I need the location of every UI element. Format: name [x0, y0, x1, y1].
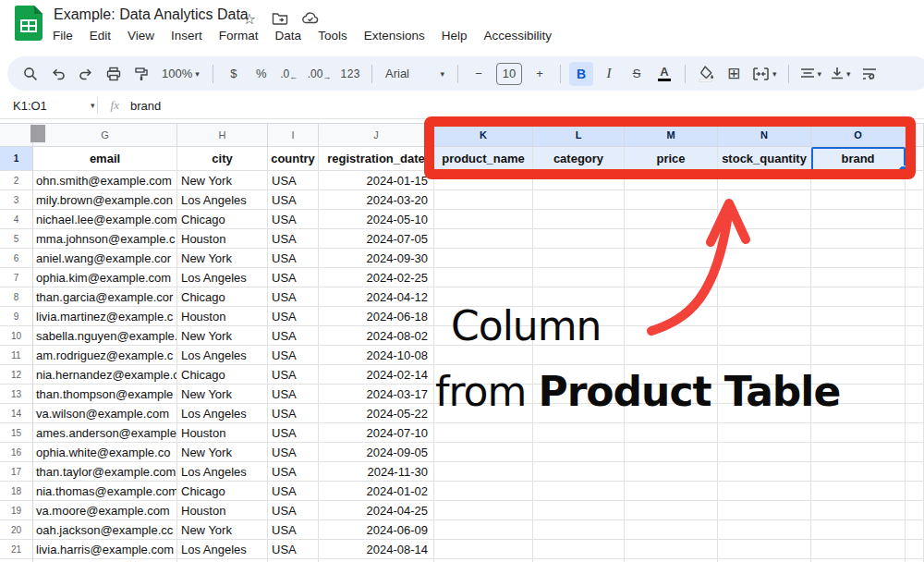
- column-header-n[interactable]: N: [718, 123, 811, 147]
- cell-empty[interactable]: [434, 423, 533, 443]
- cell-sliver[interactable]: [906, 229, 924, 249]
- cell-registration-date[interactable]: 2024-06-09: [319, 520, 434, 540]
- cell-empty[interactable]: [625, 443, 718, 462]
- cell-email[interactable]: mily.brown@example.con: [33, 190, 177, 210]
- cell-empty[interactable]: [811, 443, 906, 462]
- cell-empty[interactable]: [625, 171, 718, 190]
- text-color-button[interactable]: A: [652, 62, 676, 86]
- chevron-down-icon[interactable]: ▾: [91, 101, 95, 110]
- document-title[interactable]: Example: Data Analytics Data: [54, 6, 249, 23]
- cell-empty[interactable]: [533, 365, 625, 385]
- star-icon[interactable]: ☆: [240, 9, 259, 28]
- row-header-2[interactable]: 2: [0, 171, 33, 190]
- cell-empty[interactable]: [625, 287, 718, 307]
- column-header-sliver[interactable]: [906, 123, 924, 147]
- cell-city[interactable]: Los Angeles: [177, 462, 268, 482]
- cell-registration-date[interactable]: 2024-05-10: [319, 210, 434, 229]
- cell-empty[interactable]: [718, 210, 811, 229]
- cell-empty[interactable]: [625, 268, 718, 287]
- undo-icon[interactable]: [46, 62, 70, 86]
- cell-j1[interactable]: registration_date: [319, 147, 434, 171]
- row-header-13[interactable]: 13: [0, 385, 33, 404]
- cell-empty[interactable]: [811, 287, 906, 307]
- cell-empty[interactable]: [434, 268, 533, 287]
- cell-empty[interactable]: [434, 249, 533, 268]
- cell-empty[interactable]: [811, 404, 906, 423]
- name-box[interactable]: K1:O1: [0, 99, 85, 113]
- frozen-pane-handle[interactable]: [30, 125, 45, 142]
- cell-empty[interactable]: [625, 385, 718, 404]
- cell-country[interactable]: USA: [268, 171, 319, 190]
- cell-empty[interactable]: [434, 540, 533, 559]
- row-header-16[interactable]: 16: [0, 443, 33, 462]
- cell-sliver[interactable]: [906, 307, 924, 326]
- cell-empty[interactable]: [533, 171, 625, 190]
- cell-l1[interactable]: category: [533, 147, 625, 171]
- row-header-19[interactable]: 19: [0, 501, 33, 520]
- cell-sliver[interactable]: [906, 268, 924, 287]
- cell-empty[interactable]: [434, 229, 533, 249]
- cell-registration-date[interactable]: 2024-01-15: [319, 171, 434, 190]
- row-header-10[interactable]: 10: [0, 326, 33, 346]
- cell-email[interactable]: ophia.kim@example.com: [33, 268, 177, 287]
- cell-email[interactable]: ophia.white@example.co: [33, 443, 177, 462]
- cell-country[interactable]: USA: [268, 307, 319, 326]
- cell-empty[interactable]: [625, 326, 718, 346]
- cell-country[interactable]: USA: [268, 443, 319, 462]
- column-header-h[interactable]: H: [177, 123, 268, 147]
- cell-empty[interactable]: [718, 385, 811, 404]
- cell-sliver[interactable]: [906, 147, 924, 171]
- cell-empty[interactable]: [434, 190, 533, 210]
- number-format-button[interactable]: 123: [337, 62, 363, 86]
- cell-empty[interactable]: [811, 482, 906, 501]
- cell-empty[interactable]: [718, 307, 811, 326]
- vertical-align-button[interactable]: ▾: [828, 62, 854, 86]
- column-header-k[interactable]: K: [434, 123, 533, 147]
- cell-sliver[interactable]: [906, 423, 924, 443]
- cell-empty[interactable]: [434, 210, 533, 229]
- cell-registration-date[interactable]: 2024-02-14: [319, 365, 434, 385]
- cell-empty[interactable]: [811, 171, 906, 190]
- cell-empty[interactable]: [533, 385, 625, 404]
- google-sheets-logo[interactable]: [15, 6, 43, 41]
- cell-empty[interactable]: [718, 423, 811, 443]
- cell-empty[interactable]: [625, 404, 718, 423]
- cell-city[interactable]: New York: [177, 326, 268, 346]
- cell-country[interactable]: USA: [268, 249, 319, 268]
- row-header-6[interactable]: 6: [0, 249, 33, 268]
- cell-empty[interactable]: [533, 462, 625, 482]
- cell-country[interactable]: USA: [268, 423, 319, 443]
- cell-empty[interactable]: [625, 210, 718, 229]
- menu-view[interactable]: View: [128, 29, 154, 43]
- cell-sliver[interactable]: [906, 385, 924, 404]
- cell-country[interactable]: USA: [268, 520, 319, 540]
- cell-empty[interactable]: [625, 520, 718, 540]
- cell-empty[interactable]: [533, 210, 625, 229]
- cell-registration-date[interactable]: 2024-11-30: [319, 462, 434, 482]
- move-folder-icon[interactable]: [271, 9, 289, 28]
- cell-empty[interactable]: [533, 346, 625, 365]
- cell-registration-date[interactable]: 2024-03-20: [319, 190, 434, 210]
- cell-registration-date[interactable]: 2024-04-12: [319, 287, 434, 307]
- cell-empty[interactable]: [718, 443, 811, 462]
- cell-email[interactable]: aniel.wang@example.cor: [33, 249, 177, 268]
- menu-extensions[interactable]: Extensions: [364, 29, 425, 43]
- format-percent-button[interactable]: %: [249, 62, 274, 86]
- cell-city[interactable]: Los Angeles: [177, 346, 268, 365]
- cell-empty[interactable]: [533, 540, 625, 559]
- cell-country[interactable]: USA: [268, 482, 319, 501]
- cell-city[interactable]: Los Angeles: [177, 540, 268, 559]
- cell-empty[interactable]: [533, 326, 625, 346]
- cell-empty[interactable]: [625, 482, 718, 501]
- cell-empty[interactable]: [533, 287, 625, 307]
- cell-empty[interactable]: [811, 307, 906, 326]
- cell-registration-date[interactable]: 2024-03-17: [319, 385, 434, 404]
- select-all-corner[interactable]: [0, 123, 33, 147]
- cell-empty[interactable]: [625, 365, 718, 385]
- cell-city[interactable]: Chicago: [177, 210, 268, 229]
- cell-empty[interactable]: [718, 190, 811, 210]
- row-header-17[interactable]: 17: [0, 462, 33, 482]
- cell-empty[interactable]: [811, 346, 906, 365]
- cell-city[interactable]: Chicago: [177, 365, 268, 385]
- cell-empty[interactable]: [718, 365, 811, 385]
